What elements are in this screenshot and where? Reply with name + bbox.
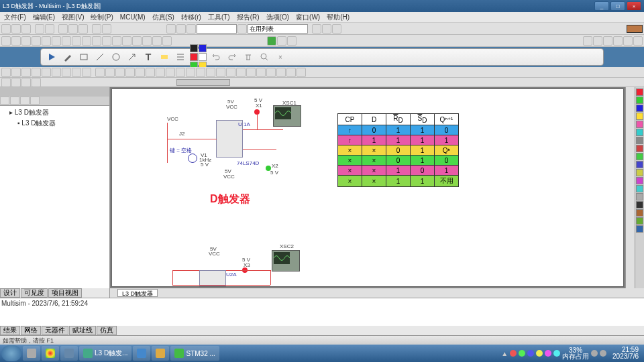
place-2[interactable]: [11, 68, 21, 77]
annot-delete[interactable]: [241, 50, 255, 64]
place-14[interactable]: [136, 68, 145, 77]
menu-options[interactable]: 选项(O): [264, 13, 292, 22]
tray-3[interactable]: [527, 350, 534, 357]
annot-align[interactable]: [174, 50, 187, 64]
place-28[interactable]: [276, 68, 286, 77]
place-8[interactable]: [72, 68, 81, 77]
place-15[interactable]: [146, 68, 155, 77]
battery[interactable]: 33%内存占用: [562, 347, 589, 359]
place-30[interactable]: [297, 68, 306, 77]
probe-x1[interactable]: [254, 109, 260, 115]
z3[interactable]: [21, 78, 31, 87]
comp-b5[interactable]: [42, 36, 51, 46]
annot-close[interactable]: ×: [274, 50, 287, 64]
close-button[interactable]: ×: [627, 1, 641, 11]
menu-view[interactable]: 视图(V): [59, 13, 87, 22]
place-27[interactable]: [266, 68, 276, 77]
task-app6[interactable]: [152, 346, 169, 361]
menu-file[interactable]: 文件(F): [1, 13, 29, 22]
combo-1[interactable]: [197, 24, 237, 34]
strip-6[interactable]: [636, 137, 643, 144]
place-3[interactable]: [21, 68, 31, 77]
tb-open[interactable]: [11, 24, 21, 34]
mini-4[interactable]: [30, 97, 40, 105]
strip-12[interactable]: [636, 185, 643, 192]
tb-zoom-fit[interactable]: [186, 24, 196, 34]
combo-inuse[interactable]: 在用列表: [248, 24, 308, 34]
annot-play[interactable]: [45, 50, 58, 64]
tb-redo[interactable]: [102, 24, 111, 34]
bptab-sim[interactable]: 仿真: [97, 326, 117, 335]
tray-5[interactable]: [545, 350, 551, 357]
strip-5[interactable]: [636, 129, 643, 136]
tree-child[interactable]: ▪ L3 D触发器: [1, 118, 108, 129]
comp-b13[interactable]: [122, 36, 131, 46]
annot-redo[interactable]: [225, 50, 239, 64]
bp-design[interactable]: 设计: [0, 288, 20, 298]
menu-mcu[interactable]: MCU(M): [117, 13, 148, 21]
bptab-nets[interactable]: 网络: [21, 326, 41, 335]
tray-6[interactable]: [553, 350, 560, 357]
strip-17[interactable]: [636, 225, 643, 233]
instr-6[interactable]: [633, 36, 643, 46]
comp-b11[interactable]: [102, 36, 111, 46]
place-17[interactable]: [166, 68, 175, 77]
bp-visibility[interactable]: 可见度: [21, 288, 48, 298]
tray-1[interactable]: [510, 350, 517, 357]
strip-1[interactable]: [636, 97, 643, 104]
place-21[interactable]: [206, 68, 215, 77]
menu-tools[interactable]: 工具(T): [205, 13, 233, 22]
tray-vol[interactable]: [600, 350, 606, 357]
strip-8[interactable]: [636, 153, 643, 160]
sheet-tab[interactable]: L3 D触发器: [117, 289, 158, 297]
strip-4[interactable]: [636, 121, 643, 128]
task-chrome[interactable]: [42, 346, 59, 361]
mini-3[interactable]: [20, 97, 30, 105]
tb-zoom-in[interactable]: [166, 24, 176, 34]
menu-draw[interactable]: 绘制(P): [88, 13, 115, 22]
instr-5[interactable]: [623, 36, 633, 46]
place-1[interactable]: [1, 68, 11, 77]
menu-reports[interactable]: 报告(R): [234, 13, 262, 22]
place-5[interactable]: [42, 68, 51, 77]
annot-circle[interactable]: [109, 50, 123, 64]
z1[interactable]: [1, 78, 11, 87]
place-6[interactable]: [52, 68, 61, 77]
z2[interactable]: [11, 78, 21, 87]
comp-b2[interactable]: [11, 36, 21, 46]
comp-b7[interactable]: [62, 36, 71, 46]
place-22[interactable]: [216, 68, 225, 77]
oscilloscope-1[interactable]: [273, 105, 301, 127]
comp-basic[interactable]: [1, 36, 11, 46]
place-11[interactable]: [105, 68, 115, 77]
maximize-button[interactable]: □: [610, 1, 625, 11]
place-16[interactable]: [156, 68, 165, 77]
tb-x[interactable]: [312, 24, 321, 34]
strip-7[interactable]: [636, 145, 643, 152]
tree-root[interactable]: ▸ L3 D触发器: [1, 107, 108, 118]
mini-1[interactable]: [0, 97, 9, 105]
instr-1[interactable]: [583, 36, 592, 46]
color-blue[interactable]: [199, 44, 207, 52]
comp-b12[interactable]: [112, 36, 121, 46]
place-4[interactable]: [32, 68, 41, 77]
source-v1[interactable]: [188, 154, 197, 163]
place-10[interactable]: [95, 68, 105, 77]
ic-u2a[interactable]: [199, 270, 226, 286]
strip-11[interactable]: [636, 177, 643, 184]
scroll-v[interactable]: [625, 87, 635, 288]
schematic-canvas[interactable]: VCC 5V VCC 5 V X1 XSC1 J2 键 = 空格 V1 1kHz…: [111, 88, 624, 287]
menu-transfer[interactable]: 转移(r): [178, 13, 204, 22]
bp-project[interactable]: 项目视图: [48, 288, 82, 298]
tb-print[interactable]: [35, 24, 44, 34]
pause-button[interactable]: [277, 36, 286, 46]
comp-b9[interactable]: [82, 36, 91, 46]
place-13[interactable]: [125, 68, 135, 77]
design-tree[interactable]: ▸ L3 D触发器 ▪ L3 D触发器: [0, 106, 109, 288]
tb-copy[interactable]: [68, 24, 78, 34]
annot-colors[interactable]: [190, 44, 207, 70]
instr-2[interactable]: [593, 36, 602, 46]
comp-b14[interactable]: [132, 36, 142, 46]
strip-0[interactable]: [636, 88, 643, 96]
comp-b10[interactable]: [92, 36, 101, 46]
